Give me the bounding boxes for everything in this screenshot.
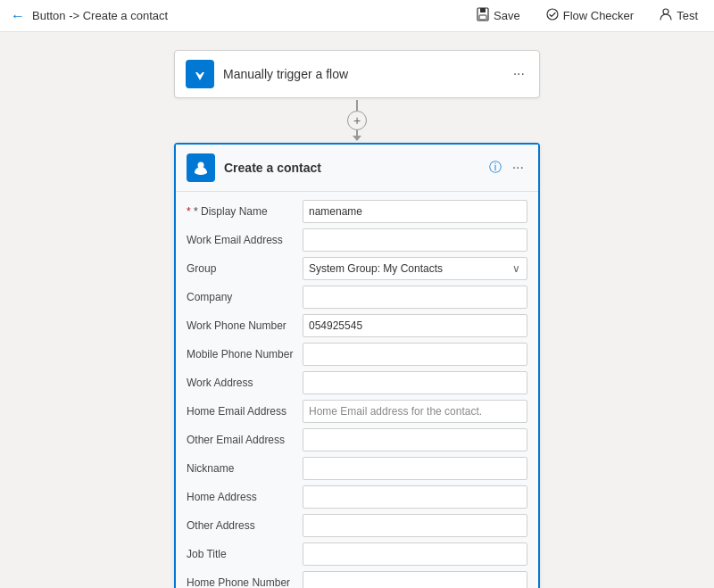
test-icon — [659, 7, 673, 24]
action-icon — [187, 153, 215, 182]
breadcrumb: Button -> Create a contact — [32, 9, 168, 22]
field-input-home-address[interactable] — [303, 485, 527, 509]
action-title: Create a contact — [224, 161, 489, 175]
form-row: GroupSystem Group: My ContactsSystem Gro… — [187, 256, 527, 281]
form-row: Home Email Address — [187, 399, 527, 424]
field-label-company: Company — [187, 291, 303, 303]
form-row: Other Address — [187, 513, 527, 538]
add-step-button[interactable]: + — [347, 111, 367, 130]
field-label-other-email-address: Other Email Address — [187, 434, 303, 446]
field-input-job-title[interactable] — [303, 542, 527, 566]
save-icon — [476, 7, 490, 24]
field-label-nickname: Nickname — [187, 462, 303, 475]
field-input-other-address[interactable] — [303, 514, 527, 537]
field-label-group: Group — [187, 262, 303, 275]
field-label-other-address: Other Address — [187, 519, 303, 532]
trigger-block: Manually trigger a flow ··· — [174, 50, 540, 98]
form-row: Mobile Phone Number — [187, 342, 527, 367]
trigger-more-button[interactable]: ··· — [510, 64, 528, 84]
test-label: Test — [677, 9, 698, 22]
header: ← Button -> Create a contact Save Flow C… — [0, 0, 714, 32]
svg-point-6 — [195, 170, 207, 175]
header-left: ← Button -> Create a contact — [11, 8, 168, 24]
test-button[interactable]: Test — [653, 4, 703, 28]
form-row: Company — [187, 285, 527, 310]
action-block: Create a contact ⓘ ··· * Display NameWor… — [174, 143, 540, 588]
field-input-display-name[interactable] — [303, 200, 527, 223]
field-input-other-email-address[interactable] — [303, 428, 527, 451]
form-row: Job Title — [187, 542, 527, 567]
field-input-home-phone-number[interactable] — [303, 571, 527, 588]
form-row: Work Email Address — [187, 228, 527, 253]
group-select[interactable]: System Group: My ContactsSystem Group: O… — [303, 257, 527, 280]
field-label-job-title: Job Title — [187, 548, 303, 560]
trigger-label: Manually trigger a flow — [223, 67, 510, 81]
field-label-mobile-phone-number: Mobile Phone Number — [187, 348, 303, 360]
field-label-display-name: * Display Name — [187, 205, 303, 218]
trigger-icon — [186, 60, 214, 88]
form-row: Nickname — [187, 456, 527, 481]
field-input-mobile-phone-number[interactable] — [303, 343, 527, 366]
field-input-home-email-address[interactable] — [303, 400, 527, 423]
select-wrapper-group: System Group: My ContactsSystem Group: O… — [303, 257, 527, 280]
form-row: Home Address — [187, 484, 527, 509]
action-info-icon[interactable]: ⓘ — [489, 160, 502, 176]
form-row: Work Phone Number — [187, 313, 527, 338]
save-button[interactable]: Save — [470, 4, 526, 28]
back-icon[interactable]: ← — [11, 8, 25, 24]
connector-arrow — [353, 136, 361, 141]
connector: + — [347, 100, 367, 141]
field-label-home-address: Home Address — [187, 491, 303, 503]
svg-rect-2 — [479, 15, 486, 20]
field-label-home-phone-number: Home Phone Number — [187, 576, 303, 588]
field-input-work-phone-number[interactable] — [303, 314, 527, 337]
form-row: * Display Name — [187, 199, 527, 224]
field-input-company[interactable] — [303, 286, 527, 309]
canvas: Manually trigger a flow ··· + Create a c… — [0, 32, 714, 588]
field-input-nickname[interactable] — [303, 457, 527, 480]
form-row: Work Address — [187, 370, 527, 395]
form-body: * Display NameWork Email AddressGroupSys… — [176, 192, 538, 588]
form-row: Home Phone Number — [187, 570, 527, 588]
header-right: Save Flow Checker Test — [470, 4, 703, 28]
field-input-work-address[interactable] — [303, 371, 527, 394]
field-label-work-phone-number: Work Phone Number — [187, 319, 303, 332]
svg-rect-1 — [480, 8, 486, 12]
action-more-button[interactable]: ··· — [509, 158, 527, 178]
connector-line-top — [356, 100, 358, 111]
flow-checker-button[interactable]: Flow Checker — [540, 4, 639, 28]
field-label-work-email-address: Work Email Address — [187, 234, 303, 246]
field-label-work-address: Work Address — [187, 377, 303, 389]
form-row: Other Email Address — [187, 427, 527, 452]
field-input-work-email-address[interactable] — [303, 228, 527, 252]
checker-icon — [545, 7, 560, 24]
flow-checker-label: Flow Checker — [563, 9, 634, 22]
field-label-home-email-address: Home Email Address — [187, 405, 303, 418]
svg-point-4 — [663, 9, 668, 14]
action-header: Create a contact ⓘ ··· — [176, 145, 538, 192]
save-label: Save — [494, 9, 520, 22]
svg-point-3 — [547, 9, 558, 20]
